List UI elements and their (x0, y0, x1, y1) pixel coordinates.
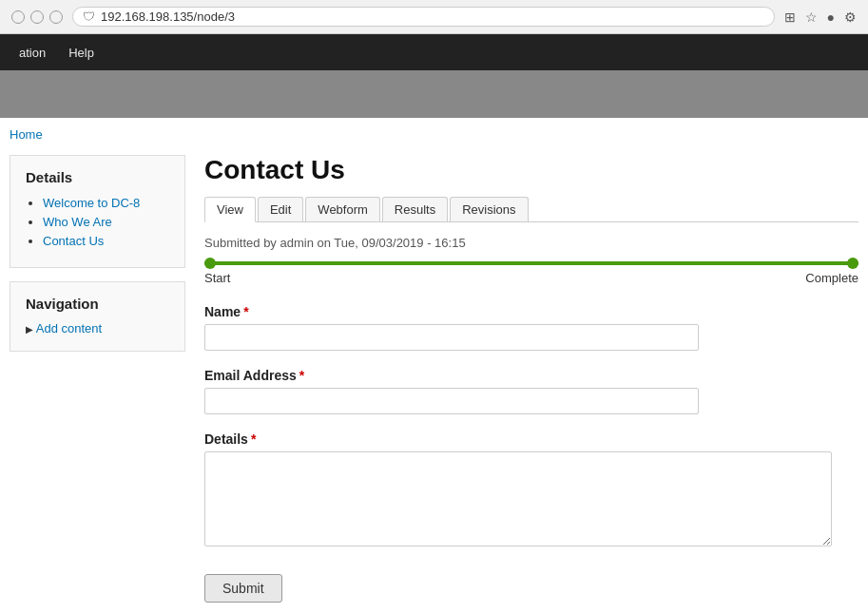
sidebar-details-list: Welcome to DC-8 Who We Are Contact Us (26, 195, 169, 248)
profile-icon[interactable]: ● (827, 10, 835, 25)
address-bar[interactable]: 🛡 192.168.198.135/node/3 (72, 7, 775, 27)
sidebar-details-block: Details Welcome to DC-8 Who We Are Conta… (10, 155, 185, 268)
qr-icon[interactable]: ⊞ (784, 10, 796, 25)
list-item: Welcome to DC-8 (43, 195, 169, 210)
browser-nav-icons (11, 10, 63, 24)
details-field-group: Details* (204, 431, 858, 549)
submit-button[interactable]: Submit (204, 574, 282, 603)
progress-label-start: Start (204, 271, 230, 285)
sidebar-navigation-block: Navigation Add content (10, 281, 185, 352)
admin-toolbar: ation Help (0, 34, 868, 70)
name-required-star: * (243, 304, 248, 319)
submission-info: Submitted by admin on Tue, 09/03/2019 - … (204, 236, 858, 250)
toolbar-item-help[interactable]: Help (59, 38, 104, 67)
sidebar: Details Welcome to DC-8 Who We Are Conta… (10, 155, 185, 603)
email-required-star: * (299, 368, 304, 383)
browser-bar: 🛡 192.168.198.135/node/3 ⊞ ☆ ● ⚙ (0, 0, 868, 34)
name-input[interactable] (204, 324, 699, 351)
toolbar-item-navigation[interactable]: ation (10, 38, 55, 67)
add-content-link[interactable]: Add content (36, 321, 102, 335)
progress-dot-end (847, 258, 858, 269)
details-required-star: * (251, 431, 256, 447)
content-wrapper: Details Welcome to DC-8 Who We Are Conta… (10, 149, 858, 603)
breadcrumb: Home (10, 118, 858, 149)
bookmark-icon[interactable]: ☆ (805, 10, 818, 25)
name-label: Name* (204, 304, 858, 319)
tab-edit[interactable]: Edit (258, 197, 303, 221)
tab-revisions[interactable]: Revisions (450, 197, 528, 221)
forward-icon[interactable] (30, 10, 44, 24)
progress-dot-start (204, 258, 216, 269)
progress-bar-track (204, 261, 858, 265)
progress-bar-container: Start Complete (204, 261, 858, 285)
browser-action-icons: ⊞ ☆ ● ⚙ (784, 10, 857, 25)
progress-bar-fill (204, 261, 858, 265)
main-content: Contact Us View Edit Webform Results Rev… (204, 155, 858, 603)
tab-view[interactable]: View (204, 197, 256, 222)
reload-icon[interactable] (49, 10, 63, 24)
tab-results[interactable]: Results (382, 197, 448, 221)
progress-label-end: Complete (805, 271, 858, 285)
tab-webform[interactable]: Webform (305, 197, 380, 221)
url-text: 192.168.198.135/node/3 (101, 10, 235, 24)
list-item: Who We Are (43, 214, 169, 229)
sidebar-nav-add-content[interactable]: Add content (26, 321, 169, 335)
breadcrumb-home-link[interactable]: Home (10, 127, 43, 142)
list-item: Contact Us (43, 233, 169, 248)
security-icon: 🛡 (83, 10, 95, 24)
sidebar-details-title: Details (26, 169, 169, 185)
sidebar-link-who-we-are[interactable]: Who We Are (43, 215, 112, 229)
extensions-icon[interactable]: ⚙ (844, 10, 857, 25)
sidebar-link-welcome[interactable]: Welcome to DC-8 (43, 196, 140, 210)
details-textarea[interactable] (204, 451, 832, 546)
email-label: Email Address* (204, 368, 858, 383)
details-label: Details* (204, 431, 858, 447)
page-title: Contact Us (204, 155, 858, 185)
contact-form: Name* Email Address* Details* (204, 304, 858, 603)
name-field-group: Name* (204, 304, 858, 351)
back-icon[interactable] (11, 10, 25, 24)
email-field-group: Email Address* (204, 368, 858, 414)
sidebar-link-contact-us[interactable]: Contact Us (43, 234, 104, 248)
email-input[interactable] (204, 388, 699, 414)
progress-labels: Start Complete (204, 271, 858, 285)
sidebar-navigation-title: Navigation (26, 296, 169, 312)
content-tabs: View Edit Webform Results Revisions (204, 197, 858, 222)
site-banner (0, 70, 868, 118)
